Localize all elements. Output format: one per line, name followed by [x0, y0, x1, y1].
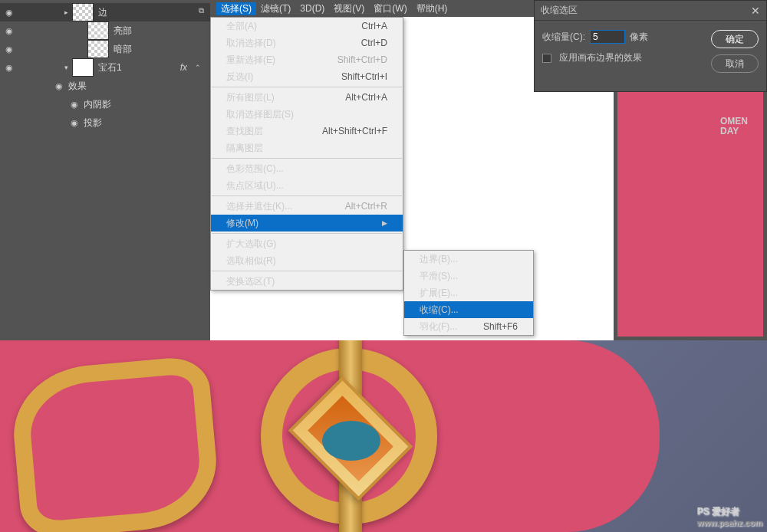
submenu-item[interactable]: 扩展(E)... — [404, 284, 533, 301]
menu-3d[interactable]: 3D(D) — [295, 3, 329, 14]
cancel-button[interactable]: 取消 — [711, 54, 759, 73]
layer-effect-row[interactable]: ◉ 投影 — [0, 113, 210, 132]
layer-effect-row[interactable]: ◉ 效果 — [0, 77, 210, 95]
menu-item[interactable]: 选取相似(R) — [211, 252, 403, 269]
layer-name: 亮部 — [114, 25, 132, 38]
submenu-item[interactable]: 边界(B)... — [404, 251, 533, 268]
watermark-text: PS 爱好者 — [697, 506, 739, 517]
layer-row[interactable]: ◉ ▾ 宝石1 fx ⌃ — [0, 58, 210, 77]
unit-label: 像素 — [630, 31, 648, 44]
close-icon[interactable]: ✕ — [751, 5, 760, 17]
menu-help[interactable]: 帮助(H) — [412, 2, 453, 15]
preview-image: PS 爱好者 www.psahz.com — [0, 340, 767, 532]
menu-filter[interactable]: 滤镜(T) — [256, 2, 295, 15]
submenu-item[interactable]: 平滑(S)... — [404, 268, 533, 284]
visibility-icon[interactable]: ◉ — [0, 63, 18, 73]
layer-row[interactable]: ◉ ▸ 边 ⧉ — [0, 3, 210, 21]
layer-thumbnail[interactable] — [72, 58, 94, 77]
group-badge-icon: ⧉ — [199, 6, 204, 15]
effect-name: 效果 — [68, 80, 87, 93]
canvas-text-line: DAY — [720, 126, 748, 136]
select-menu-dropdown: 全部(A)Ctrl+A取消选择(D)Ctrl+D重新选择(E)Shift+Ctr… — [210, 17, 403, 291]
menu-item[interactable]: 重新选择(E)Shift+Ctrl+D — [211, 51, 403, 68]
menu-item[interactable]: 隔离图层 — [211, 140, 403, 156]
layer-effect-row[interactable]: ◉ 内阴影 — [0, 95, 210, 113]
layer-name: 暗部 — [114, 43, 132, 56]
layer-name: 宝石1 — [98, 61, 122, 74]
fx-icon[interactable]: fx — [180, 62, 187, 73]
dialog-title: 收缩选区 — [541, 4, 578, 17]
menu-view[interactable]: 视图(V) — [329, 2, 369, 15]
layer-thumbnail[interactable] — [87, 21, 109, 40]
canvas-bounds-checkbox[interactable] — [542, 54, 551, 63]
watermark: PS 爱好者 www.psahz.com — [697, 504, 762, 527]
menu-item[interactable]: 取消选择图层(S) — [211, 106, 403, 123]
canvas-text: OMEN DAY — [720, 117, 748, 136]
visibility-icon[interactable]: ◉ — [0, 44, 18, 54]
effect-name: 投影 — [84, 117, 102, 130]
menu-item[interactable]: 选择并遮住(K)...Alt+Ctrl+R — [211, 198, 403, 215]
menu-window[interactable]: 窗口(W) — [369, 2, 411, 15]
visibility-icon[interactable]: ◉ — [65, 118, 84, 128]
layer-thumbnail[interactable] — [72, 3, 94, 21]
menu-item[interactable]: 所有图层(L)Alt+Ctrl+A — [211, 89, 403, 106]
expand-arrow-icon[interactable]: ▾ — [64, 64, 72, 71]
effect-name: 内阴影 — [84, 98, 111, 111]
expand-arrow-icon[interactable]: ▸ — [64, 8, 72, 16]
menu-item[interactable]: 全部(A)Ctrl+A — [211, 18, 403, 34]
menu-item[interactable]: 查找图层Alt+Shift+Ctrl+F — [211, 123, 403, 140]
layer-row[interactable]: ◉ 亮部 — [0, 21, 210, 40]
submenu-item[interactable]: 羽化(F)...Shift+F6 — [404, 318, 533, 335]
menu-item[interactable]: 取消选择(D)Ctrl+D — [211, 34, 403, 51]
canvas-text-line: OMEN — [720, 117, 748, 126]
menu-item[interactable]: 反选(I)Shift+Ctrl+I — [211, 68, 403, 85]
layer-name: 边 — [98, 6, 107, 19]
menu-item[interactable]: 色彩范围(C)... — [211, 160, 403, 177]
ok-button[interactable]: 确定 — [711, 30, 759, 48]
menu-item[interactable]: 焦点区域(U)... — [211, 177, 403, 194]
layer-row[interactable]: ◉ 暗部 — [0, 40, 210, 58]
menu-item[interactable]: 扩大选取(G) — [211, 235, 403, 252]
visibility-icon[interactable]: ◉ — [0, 8, 18, 18]
layers-panel: ◉ ▸ 边 ⧉ ◉ 亮部 ◉ 暗部 ◉ ▾ 宝石1 fx ⌃ — [0, 0, 210, 340]
amount-label: 收缩量(C): — [542, 31, 585, 44]
menu-item[interactable]: 变换选区(T) — [211, 273, 403, 290]
submenu-item[interactable]: 收缩(C)... — [404, 301, 533, 318]
visibility-icon[interactable]: ◉ — [50, 81, 68, 91]
menu-item[interactable]: 修改(M)▶ — [211, 215, 403, 232]
visibility-icon[interactable]: ◉ — [65, 100, 84, 110]
menu-select[interactable]: 选择(S) — [216, 2, 256, 15]
visibility-icon[interactable]: ◉ — [0, 26, 18, 36]
modify-submenu: 边界(B)...平滑(S)...扩展(E)...收缩(C)...羽化(F)...… — [403, 250, 534, 336]
canvas[interactable]: OMEN DAY — [617, 82, 763, 337]
watermark-url: www.psahz.com — [697, 518, 762, 527]
fx-expand-icon[interactable]: ⌃ — [195, 64, 201, 71]
contract-dialog: 收缩选区 ✕ 收缩量(C): 像素 应用画布边界的效果 确定 取消 — [534, 0, 767, 92]
amount-input[interactable] — [590, 30, 625, 44]
layer-thumbnail[interactable] — [87, 40, 109, 58]
checkbox-label: 应用画布边界的效果 — [559, 51, 642, 64]
